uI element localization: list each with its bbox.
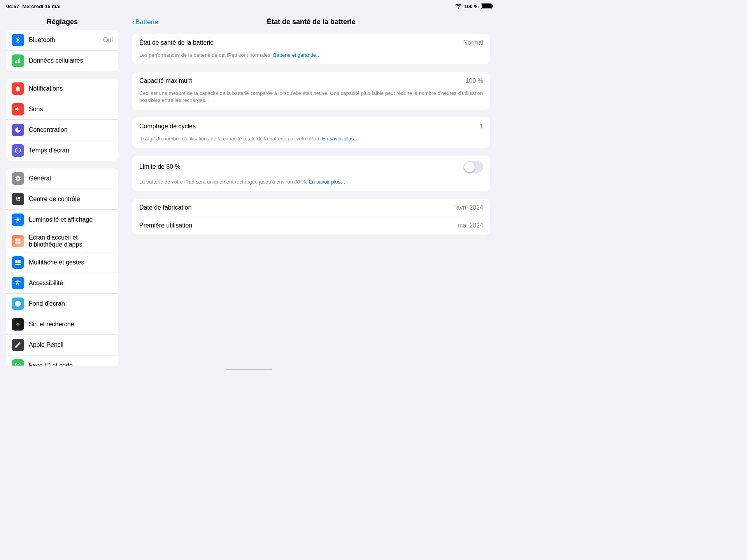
svg-rect-2 <box>18 59 19 63</box>
centre-controle-label: Centre de contrôle <box>29 196 113 203</box>
sidebar-group-1: Bluetooth Oui Données cellulaires <box>6 30 118 71</box>
row-limite: Limite de 80 % <box>132 156 490 178</box>
back-label: Batterie <box>135 18 158 26</box>
etat-sante-value: Normal <box>463 39 483 46</box>
svg-point-19 <box>17 324 19 326</box>
svg-point-4 <box>16 197 18 199</box>
sidebar-item-face-id[interactable]: Face ID et code <box>6 355 118 366</box>
sidebar-item-bluetooth[interactable]: Bluetooth Oui <box>6 30 118 51</box>
notifications-label: Notifications <box>29 85 113 92</box>
temps-ecran-icon <box>12 144 24 157</box>
content-header: ‹ Batterie État de santé de la batterie <box>124 12 498 30</box>
etat-sante-description: Les performances de la batterie de cet i… <box>132 52 490 64</box>
wifi-icon <box>455 3 462 10</box>
multitache-label: Multitâche et gestes <box>29 259 113 266</box>
apple-pencil-label: Apple Pencil <box>29 341 113 348</box>
battery-percentage: 100 % <box>464 4 479 9</box>
main-layout: Réglages Bluetooth Oui <box>0 12 498 366</box>
capacite-max-value: 100 % <box>466 77 483 84</box>
svg-point-6 <box>16 200 18 201</box>
cycles-description: Il s'agit du nombre d'utilisations de la… <box>132 135 490 148</box>
battery-icon <box>481 4 492 9</box>
fond-ecran-label: Fond d'écran <box>29 300 113 307</box>
card-etat-sante: État de santé de la batterie Normal Les … <box>132 34 490 64</box>
sidebar-item-centre-controle[interactable]: Centre de contrôle <box>6 189 118 210</box>
ecran-accueil-icon <box>12 235 24 247</box>
sidebar-item-concentration[interactable]: Concentration <box>6 120 118 140</box>
cycles-value: 1 <box>480 123 483 130</box>
sidebar-item-notifications[interactable]: Notifications <box>6 79 118 99</box>
page-title: État de santé de la batterie <box>267 18 356 26</box>
multitache-icon <box>12 256 24 269</box>
centre-controle-icon <box>12 193 24 205</box>
temps-ecran-label: Temps d'écran <box>29 147 113 154</box>
ecran-accueil-label: Écran d'accueil et bibliothèque d'apps <box>29 234 113 248</box>
sidebar-group-3: Général Centre de contrôle <box>6 168 118 366</box>
limite-label: Limite de 80 % <box>139 163 181 170</box>
battery-fill <box>482 4 491 8</box>
svg-rect-11 <box>18 242 21 244</box>
date-fabrication-value: avril 2024 <box>456 204 483 211</box>
premiere-utilisation-label: Première utilisation <box>139 222 192 229</box>
cellular-label: Données cellulaires <box>29 57 113 64</box>
card-dates: Date de fabrication avril 2024 Première … <box>132 199 490 235</box>
sons-icon <box>12 103 24 116</box>
sons-label: Sons <box>29 106 113 113</box>
sidebar: Réglages Bluetooth Oui <box>0 12 124 366</box>
svg-rect-1 <box>16 60 17 63</box>
sidebar-item-accessibilite[interactable]: Accessibilité <box>6 273 118 294</box>
svg-rect-12 <box>15 260 18 263</box>
sidebar-item-temps-ecran[interactable]: Temps d'écran <box>6 140 118 161</box>
sidebar-group-2: Notifications Sons Concentration <box>6 79 118 161</box>
sidebar-item-apple-pencil[interactable]: Apple Pencil <box>6 335 118 355</box>
limite-toggle[interactable] <box>463 161 483 173</box>
svg-point-17 <box>17 323 19 324</box>
card-limite: Limite de 80 % La batterie de votre iPad… <box>132 156 490 191</box>
luminosite-label: Luminosité et affichage <box>29 216 113 223</box>
sidebar-item-multitache[interactable]: Multitâche et gestes <box>6 252 118 273</box>
svg-rect-8 <box>15 238 18 241</box>
content-area: ‹ Batterie État de santé de la batterie … <box>124 12 498 366</box>
back-chevron-icon: ‹ <box>132 18 135 26</box>
sidebar-item-general[interactable]: Général <box>6 168 118 189</box>
row-cycles: Comptage de cycles 1 <box>132 117 490 135</box>
sidebar-item-fond-ecran[interactable]: Fond d'écran <box>6 294 118 314</box>
time: 04:57 <box>6 4 19 9</box>
svg-point-7 <box>18 200 20 201</box>
siri-icon <box>12 318 24 331</box>
sidebar-item-cellular[interactable]: Données cellulaires <box>6 51 118 71</box>
cycles-label: Comptage de cycles <box>139 123 196 130</box>
face-id-label: Face ID et code <box>29 362 113 366</box>
svg-rect-9 <box>18 238 21 241</box>
apple-pencil-icon <box>12 339 24 351</box>
date-fabrication-label: Date de fabrication <box>139 204 191 211</box>
bluetooth-icon <box>12 34 24 46</box>
sidebar-item-luminosite[interactable]: Luminosité et affichage <box>6 210 118 230</box>
cycles-link[interactable]: En savoir plus… <box>322 136 359 142</box>
premiere-utilisation-value: mai 2024 <box>458 222 483 229</box>
home-bar <box>226 369 272 370</box>
svg-rect-14 <box>15 264 21 265</box>
row-etat-sante: État de santé de la batterie Normal <box>132 34 490 52</box>
siri-label: Siri et recherche <box>29 321 113 328</box>
capacite-max-label: Capacité maximum <box>139 77 193 84</box>
back-button[interactable]: ‹ Batterie <box>132 18 158 26</box>
svg-point-5 <box>18 197 20 199</box>
svg-point-18 <box>18 324 20 325</box>
face-id-icon <box>12 359 24 366</box>
card-cycles: Comptage de cycles 1 Il s'agit du nombre… <box>132 117 490 148</box>
concentration-icon <box>12 124 24 136</box>
sidebar-item-siri[interactable]: Siri et recherche <box>6 314 118 335</box>
status-bar: 04:57 Mercredi 15 mai 100 % <box>0 0 498 12</box>
row-date-fabrication: Date de fabrication avril 2024 <box>132 199 490 217</box>
sidebar-item-ecran-accueil[interactable]: Écran d'accueil et bibliothèque d'apps <box>6 230 118 252</box>
row-premiere-utilisation: Première utilisation mai 2024 <box>132 217 490 234</box>
batterie-garantie-link[interactable]: Batterie et garantie… <box>273 52 321 58</box>
sidebar-item-sons[interactable]: Sons <box>6 99 118 120</box>
toggle-thumb <box>464 162 475 172</box>
cellular-icon <box>12 54 24 67</box>
limite-link[interactable]: En savoir plus… <box>309 179 345 185</box>
home-indicator <box>0 366 498 373</box>
status-left: 04:57 Mercredi 15 mai <box>6 4 61 9</box>
svg-rect-10 <box>15 242 18 244</box>
